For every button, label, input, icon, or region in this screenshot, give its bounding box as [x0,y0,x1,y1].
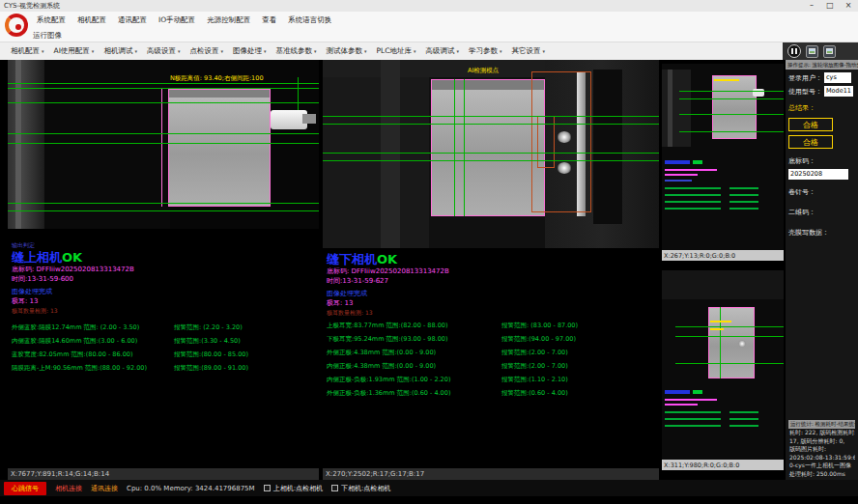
main-area: N极距离值: 93.40;右侧间距:100 输出判定 缝上相机OK 底标码: D… [0,60,858,480]
measure-line [323,160,659,161]
menu-language-switch[interactable]: 系统语言切换 [282,12,337,29]
measure-line [679,114,784,115]
checkbox-top-camera[interactable] [264,485,271,491]
stats-line: 0-cys一件上相机一图像 [788,462,855,470]
toolbar-label: 基准线参数 [275,46,312,56]
toolbar-baseline-params[interactable]: 基准线参数▾ [271,46,321,56]
stats-header: 运行统计: 检测耗时-结果统计 [788,420,855,429]
user-value-field[interactable]: cys [824,72,851,83]
toolbar-advanced-settings[interactable]: 高级设置▾ [142,46,186,56]
micro-text-yellow [714,79,739,81]
measurement-text: 内侧正极:4.38mm 范围:(0.00 - 9.00) [327,363,436,371]
alarm-range-text: 报警范围:(89.00 - 91.00) [174,365,248,373]
measurement-text: 上极耳宽:83.77mm 范围:(82.00 - 88.00) [327,322,447,330]
menu-light-control-config[interactable]: 光源控制配置 [201,12,256,29]
toolbar-label: 高级调试 [425,46,454,56]
toolbar-camera-debug[interactable]: 相机调试▾ [99,46,142,56]
preview-bottom-view[interactable] [662,270,784,460]
checkbox-bottom-camera[interactable] [331,485,338,491]
status-bar: 心跳信号 相机连接 通讯连接 Cpu: 0.0% Memory: 3424.41… [0,480,858,496]
micro-text-yellow [710,321,731,322]
measure-line [679,98,784,99]
image-icon [826,48,833,54]
measurement-text: 蓝胶宽度:82.05mm 范围:(80.00 - 86.00) [12,351,132,359]
reflection-blob [737,340,747,348]
cpu-memory-text: Cpu: 0.0% Memory: 3424.41796875M [127,485,255,492]
shell-row: 壳膜写数据： [788,228,855,238]
minimize-icon[interactable]: – [806,0,817,12]
menu-io-manual-config[interactable]: IO手动配置 [153,12,201,29]
qrcode-label: 二维码： [788,208,815,217]
toolbar-label: 其它设置 [511,46,540,56]
toolbar-learning-params[interactable]: 学习参数▾ [464,46,507,56]
menu-comm-config[interactable]: 通讯配置 [112,12,153,29]
preview-top-view[interactable] [662,64,784,250]
comm-link-status: 通讯连接 [91,484,118,493]
micro-text-magenta [665,169,717,171]
heartbeat-button[interactable]: 心跳信号 [4,482,46,495]
camera-top-view[interactable]: N极距离值: 93.40;右侧间距:100 输出判定 缝上相机OK 底标码: D… [8,60,319,468]
toolbar-camera-config[interactable]: 相机配置▾ [6,46,49,56]
micro-text-green [665,187,721,189]
measure-vline [720,307,721,378]
camera-top-image-button[interactable] [806,45,818,58]
toolbar-other-settings[interactable]: 其它设置▾ [506,46,550,56]
camera-name: 缝下相机 [327,252,377,266]
micro-text-green [729,187,758,189]
tab-check-text: 极耳数量检测: 13 [327,309,373,316]
chevron-down-icon: ▾ [456,48,459,54]
micro-text-green [665,425,721,427]
micro-text-blue [665,160,690,164]
camera-bottom-coordbar: X:270;Y:2502;R:17;G:17;B:17 [323,468,659,480]
pixel-coord-text: X:7677;Y:891;R:14;G:14;B:14 [11,470,109,478]
micro-text-green [729,425,758,427]
window-title: CYS-视觉检测系统 [4,0,806,12]
measure-line [323,116,659,117]
close-icon[interactable]: × [843,0,854,12]
tab-run-image[interactable]: 运行图像 [33,31,62,41]
toolbar-testbody-params[interactable]: 测试体参数▾ [321,46,371,56]
barcode-text: 底标码: DFFIiiw2025020813313472B [12,266,134,273]
micro-text-green [729,208,758,210]
measure-line [8,133,319,134]
micro-text-green [665,194,721,196]
camera-bottom-image-button[interactable] [823,45,836,58]
result-status: OK [377,252,397,266]
chevron-down-icon: ▾ [178,48,181,54]
micro-text-green [693,160,702,164]
measurement-text: 外侧蓝胶:隔膜12.74mm 范围: (2.00 - 3.50) [12,324,139,332]
machine-block [323,77,429,248]
micro-text-green [665,201,721,203]
camera-link-status: 相机连接 [55,484,82,493]
menu-view[interactable]: 查看 [256,12,282,29]
pixel-coord-text: X:311;Y:980;R:0;G:0;B:0 [664,462,739,469]
alarm-range-text: 报警范围:(3.30 - 4.50) [174,338,241,346]
menu-camera-config[interactable]: 相机配置 [72,12,112,29]
menu-system-config[interactable]: 系统配置 [31,12,72,29]
micro-text-magenta [665,174,698,176]
overlay-measure-text: AI检测模点 [468,68,499,75]
chevron-down-icon: ▾ [42,48,44,54]
info-panel-body: 登录用户： cys 使用型号： Mode11 总结果： 合格 合格 底标码： 2… [786,70,858,480]
maximize-icon[interactable]: □ [824,0,836,12]
toolbar-plc-address[interactable]: PLC地址库▾ [371,46,420,56]
camera-top-coordbar: X:7677;Y:891;R:14;G:14;B:14 [8,468,319,480]
pause-icon [795,48,797,54]
toolbar-spotcheck-settings[interactable]: 点检设置▾ [185,46,228,56]
toolbar-image-processing[interactable]: 图像处理▾ [228,46,272,56]
pause-button[interactable] [787,44,801,58]
measure-line [8,210,319,211]
chevron-down-icon: ▾ [542,48,545,54]
toolbar-ai-config[interactable]: AI使用配置▾ [49,46,100,56]
measurement-text: 隔膜距离-上M:90.56mm 范围:(88.00 - 92.00) [12,365,147,373]
model-row: 使用型号： Mode11 [788,86,855,97]
model-value-field[interactable]: Mode11 [824,86,853,97]
toolbar-label: 高级设置 [147,46,176,56]
toolbar-advanced-debug[interactable]: 高级调试▾ [420,46,464,56]
camera-bottom-view[interactable]: AI检测模点 缝下相机OK 底标码: DFFIiiw20250208133134… [323,60,659,468]
measure-line [8,83,319,84]
cell-top-edge [432,80,544,90]
micro-text-green [729,194,758,196]
barcode-value-field[interactable]: 20250208 [788,169,848,180]
model-label: 使用型号： [788,87,822,97]
